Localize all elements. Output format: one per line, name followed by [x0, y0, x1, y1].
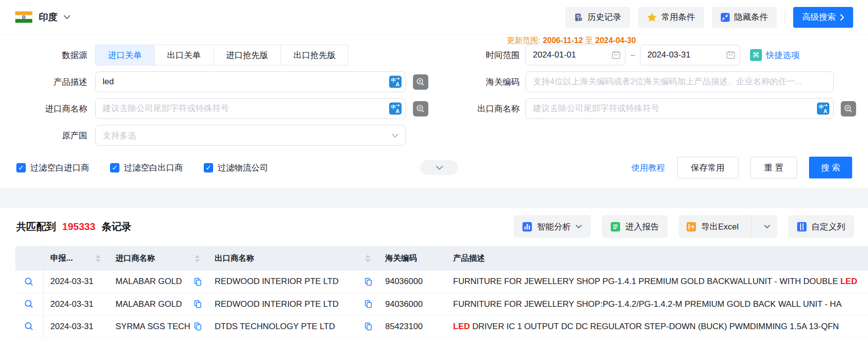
copy-icon[interactable] — [364, 278, 372, 286]
hide-conditions-button[interactable]: 隐藏条件 — [712, 7, 777, 28]
checkbox-filter-blank-exporter[interactable]: 过滤空白出口商 — [110, 162, 183, 173]
synonym-search-button[interactable] — [841, 101, 856, 116]
sort-icon[interactable] — [365, 255, 370, 262]
calendar-icon[interactable] — [726, 51, 735, 59]
hs-code-wrap — [525, 71, 834, 92]
origin-label: 原产国 — [0, 130, 95, 141]
smart-analysis-button[interactable]: 智能分析 — [514, 215, 591, 238]
star-icon — [647, 12, 657, 22]
country-selector[interactable]: 印度 — [15, 11, 70, 24]
export-excel-button[interactable]: 导出Excel — [679, 215, 777, 238]
translate-icon[interactable]: 中A — [389, 76, 402, 88]
highlight-keyword: LED — [840, 277, 857, 286]
export-excel-main[interactable]: 导出Excel — [679, 215, 747, 238]
smart-analysis-label: 智能分析 — [537, 221, 571, 232]
caret-down-icon — [576, 225, 582, 229]
tab-export-declaration[interactable]: 出口关单 — [154, 45, 213, 65]
row-detail-search-icon[interactable] — [24, 277, 34, 287]
exporter-input[interactable] — [525, 98, 834, 119]
checkbox-checked-icon — [16, 163, 26, 173]
end-date-input[interactable] — [640, 45, 740, 65]
tab-export-preview[interactable]: 出口抢先版 — [281, 45, 348, 65]
row-detail-search-icon[interactable] — [24, 322, 34, 331]
importer-label: 进口商名称 — [0, 103, 95, 115]
topbar-actions: 历史记录 常用条件 隐藏条件 高级搜索 — [565, 7, 853, 28]
tab-import-declaration[interactable]: 进口关单 — [96, 45, 154, 65]
cell-date: 2024-03-31 — [43, 315, 109, 338]
header-importer: 进口商名称 — [109, 246, 208, 271]
update-range-to: 2024-04-30 — [595, 36, 636, 45]
country-label: 印度 — [39, 11, 58, 24]
hs-code-label: 海关编码 — [451, 76, 525, 88]
customize-columns-label: 自定义列 — [811, 221, 845, 232]
cell-hs-code: 85423100 — [378, 315, 446, 338]
command-icon: ⌘ — [750, 49, 762, 61]
count-prefix: 共匹配到 — [16, 221, 56, 232]
time-range-label: 时间范围 — [451, 50, 525, 61]
synonym-search-button[interactable] — [413, 74, 428, 90]
results-count: 共匹配到 195333 条记录 — [16, 220, 131, 233]
checkbox-label: 过滤物流公司 — [218, 162, 268, 173]
cell-exporter: REDWOOD INTERIOR PTE LTD — [215, 277, 339, 287]
cell-exporter: DTDS TECHNOLOGY PTE LTD — [215, 322, 335, 332]
origin-select[interactable]: 支持多选 — [95, 125, 406, 146]
sort-icon[interactable] — [195, 255, 200, 262]
save-common-button[interactable]: 保存常用 — [677, 157, 739, 178]
start-date-input[interactable] — [525, 45, 626, 65]
search-button[interactable]: 搜 索 — [809, 157, 852, 178]
header-desc-label: 产品描述 — [453, 253, 485, 264]
form-actions: 使用教程 保存常用 重 置 搜 索 — [632, 157, 868, 178]
form-row-2: 产品描述 中A 海关编码 — [0, 71, 868, 92]
product-desc-input[interactable] — [95, 71, 406, 92]
hs-code-input[interactable] — [525, 71, 834, 92]
translate-icon[interactable]: 中A — [817, 103, 829, 115]
hide-conditions-label: 隐藏条件 — [734, 11, 768, 23]
svg-text:A: A — [396, 81, 400, 87]
calendar-icon[interactable] — [612, 51, 621, 59]
header-date: 申报... — [43, 246, 109, 271]
copy-icon[interactable] — [194, 278, 202, 286]
search-swap-icon — [844, 104, 853, 114]
checkbox-filter-logistics[interactable]: 过滤物流公司 — [204, 162, 268, 173]
enter-report-button[interactable]: 进入报告 — [602, 215, 668, 238]
section-divider-band — [0, 188, 868, 208]
history-icon — [574, 13, 583, 22]
translate-icon[interactable]: 中A — [389, 103, 402, 115]
enter-report-label: 进入报告 — [625, 221, 659, 232]
header-actions — [15, 246, 43, 271]
customize-columns-button[interactable]: 自定义列 — [788, 215, 854, 238]
collapse-form-button[interactable] — [420, 160, 458, 175]
header-exporter: 出口商名称 — [208, 246, 378, 271]
filter-row: 过滤空白进口商 过滤空白出口商 过滤物流公司 使用教程 保存常用 重 置 搜 索 — [0, 157, 868, 178]
row-detail-search-icon[interactable] — [24, 299, 34, 309]
advanced-search-label: 高级搜索 — [802, 11, 836, 23]
form-row-3: 进口商名称 中A 出口商名称 中A — [0, 98, 868, 119]
cell-hs-code: 94036000 — [378, 271, 446, 293]
columns-icon — [797, 222, 807, 231]
favorites-button[interactable]: 常用条件 — [638, 7, 704, 28]
excel-icon — [687, 222, 696, 231]
copy-icon[interactable] — [364, 322, 372, 331]
tutorial-link[interactable]: 使用教程 — [632, 162, 665, 173]
advanced-search-button[interactable]: 高级搜索 — [793, 7, 853, 28]
checkbox-checked-icon — [110, 163, 119, 173]
export-options-caret[interactable] — [757, 215, 777, 238]
copy-icon[interactable] — [194, 322, 202, 331]
tab-import-preview[interactable]: 进口抢先版 — [213, 45, 281, 65]
checkbox-label: 过滤空白出口商 — [124, 162, 183, 173]
quick-options-button[interactable]: ⌘ 快捷选项 — [750, 49, 800, 61]
checkbox-filter-blank-importer[interactable]: 过滤空白进口商 — [16, 162, 89, 173]
reset-button[interactable]: 重 置 — [751, 157, 798, 178]
header-exporter-label: 出口商名称 — [215, 253, 254, 264]
synonym-search-button[interactable] — [413, 101, 428, 116]
copy-icon[interactable] — [194, 300, 202, 308]
header-importer-label: 进口商名称 — [116, 253, 155, 264]
importer-wrap: 中A — [95, 98, 406, 119]
history-button[interactable]: 历史记录 — [565, 7, 630, 28]
copy-icon[interactable] — [364, 300, 372, 308]
topbar: 印度 历史记录 常用条件 隐藏条件 — [0, 0, 868, 35]
importer-input[interactable] — [95, 98, 406, 119]
cell-hs-code: 94036000 — [378, 293, 446, 315]
sort-icon[interactable] — [96, 255, 101, 262]
cell-date: 2024-03-31 — [43, 293, 109, 315]
